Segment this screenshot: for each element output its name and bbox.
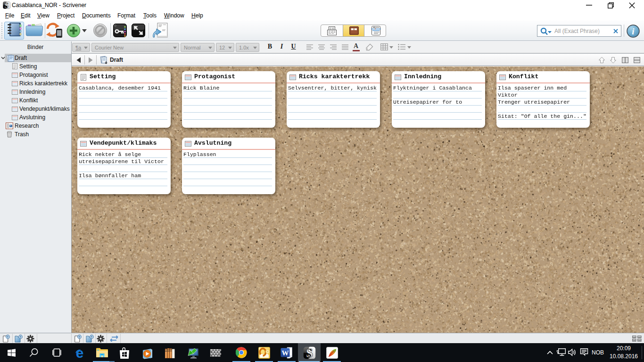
svg-text:S: S [5, 1, 9, 9]
svg-text:i: i [632, 26, 635, 36]
